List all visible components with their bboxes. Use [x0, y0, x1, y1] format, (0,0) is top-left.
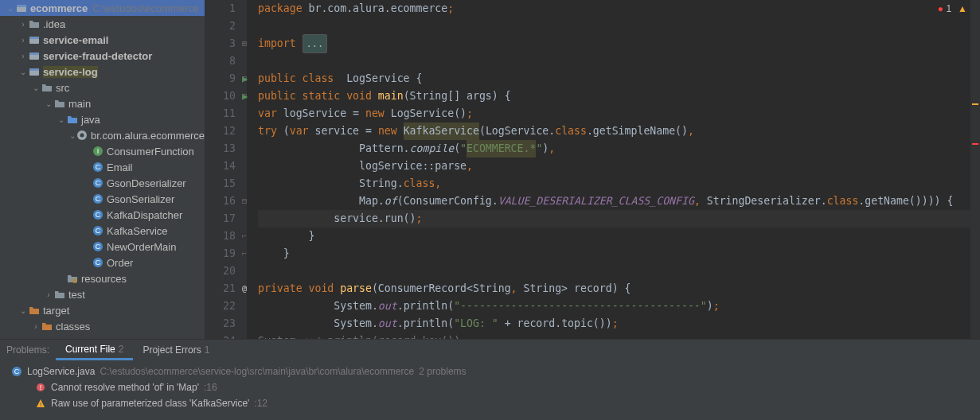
tree-item-src[interactable]: ⌄src: [0, 80, 205, 95]
problems-tab-current-file[interactable]: Current File2: [56, 340, 133, 360]
code-line[interactable]: String.class,: [258, 175, 970, 192]
chevron-icon: ⌄: [43, 99, 54, 108]
code-line[interactable]: System.out.println(record.key());: [258, 332, 970, 339]
svg-text:I: I: [97, 147, 100, 155]
tree-item-email[interactable]: CEmail: [0, 159, 205, 175]
code-line[interactable]: Map.of(ConsumerConfig.VALUE_DESERIALIZER…: [258, 192, 970, 210]
problems-panel[interactable]: Problems:Current File2Project Errors1 CL…: [0, 339, 980, 420]
code-line[interactable]: try (var service = new KafkaService(LogS…: [258, 122, 970, 140]
tree-item-kafkadispatcher[interactable]: CKafkaDispatcher: [0, 207, 205, 223]
gutter-line[interactable]: 11: [212, 105, 236, 122]
problems-tab-problems-: Problems:: [6, 340, 56, 360]
class-icon: C: [92, 193, 103, 204]
code-line[interactable]: private void parse(ConsumerRecord<String…: [258, 280, 970, 298]
tree-item-order[interactable]: COrder: [0, 255, 205, 270]
gutter-line[interactable]: 15: [212, 175, 236, 192]
tree-item-gsondeserializer[interactable]: CGsonDeserializer: [0, 175, 205, 191]
gutter-line[interactable]: 9▶⊟: [212, 70, 236, 88]
code-line[interactable]: Pattern.compile("ECOMMERCE.*"),: [258, 140, 970, 158]
code-line[interactable]: package br.com.alura.ecommerce;: [258, 0, 970, 18]
gutter-line[interactable]: 2: [212, 18, 236, 35]
code-line[interactable]: [258, 52, 970, 70]
problems-tab-project-errors[interactable]: Project Errors1: [133, 340, 219, 360]
code-line[interactable]: import ...: [258, 35, 970, 52]
class-icon: C: [92, 161, 103, 173]
code-line[interactable]: }: [258, 245, 970, 262]
code-area[interactable]: package br.com.alura.ecommerce;import ..…: [247, 0, 970, 339]
code-line[interactable]: }: [258, 228, 970, 245]
gutter-line[interactable]: 19⌐: [212, 245, 236, 262]
chevron-icon: ⌄: [18, 306, 29, 315]
tree-item-target[interactable]: ⌄target: [0, 302, 205, 318]
tree-item-classes[interactable]: ›classes: [0, 318, 205, 334]
res-folder-icon: [67, 273, 78, 284]
gutter-line[interactable]: 24: [212, 332, 236, 339]
gutter-line[interactable]: 18⌐: [212, 228, 236, 245]
tree-label: GsonDeserializer: [107, 177, 186, 189]
tree-label: service-log: [43, 66, 98, 78]
gutter-line[interactable]: 17: [212, 210, 236, 228]
editor-gutter[interactable]: 123⊞89▶⊟10▶⊟111213141516⊟1718⌐19⌐2021⊟@2…: [205, 0, 247, 339]
gutter-line[interactable]: 20: [212, 262, 236, 280]
problem-file-path: C:\estudos\ecommerce\service-log\src\mai…: [100, 366, 414, 377]
tree-item-newordermain[interactable]: CNewOrderMain: [0, 239, 205, 255]
tree-item-consumerfunction[interactable]: IConsumerFunction: [0, 143, 205, 159]
svg-rect-1: [17, 5, 26, 7]
gutter-line[interactable]: 22: [212, 298, 236, 315]
svg-text:C: C: [96, 211, 101, 219]
svg-text:!: !: [40, 383, 42, 391]
code-line[interactable]: [258, 262, 970, 280]
svg-text:C: C: [96, 179, 101, 187]
project-tree[interactable]: ⌄ecommerceC:\estudos\ecommerce›.idea›ser…: [0, 0, 205, 339]
code-line[interactable]: System.out.println("--------------------…: [258, 298, 970, 315]
svg-text:C: C: [96, 195, 101, 203]
tab-count: 1: [205, 344, 210, 356]
problem-line: :16: [204, 382, 217, 393]
tree-item-service-email[interactable]: ›service-email: [0, 32, 205, 48]
problem-text: Raw use of parameterized class 'KafkaSer…: [51, 398, 249, 409]
code-line[interactable]: public class LogService {: [258, 70, 970, 88]
svg-rect-5: [29, 52, 39, 55]
gutter-line[interactable]: 12: [212, 122, 236, 140]
tree-item-resources[interactable]: resources: [0, 270, 205, 286]
gutter-line[interactable]: 8: [212, 52, 236, 70]
code-line[interactable]: public static void main(String[] args) {: [258, 88, 970, 105]
problems-tabs[interactable]: Problems:Current File2Project Errors1: [0, 340, 980, 360]
tree-item-service-log[interactable]: ⌄service-log: [0, 64, 205, 80]
svg-point-26: [72, 278, 77, 283]
gutter-line[interactable]: 14: [212, 158, 236, 175]
tree-item-test[interactable]: ›test: [0, 286, 205, 302]
code-line[interactable]: var logService = new LogService();: [258, 105, 970, 122]
problem-item[interactable]: !Raw use of parameterized class 'KafkaSe…: [0, 395, 980, 411]
code-line[interactable]: service.run();: [258, 210, 970, 228]
chevron-icon: ⌄: [56, 115, 67, 124]
gutter-line[interactable]: 16⊟: [212, 192, 236, 210]
tree-label: target: [43, 305, 69, 317]
problem-item[interactable]: !Cannot resolve method 'of' in 'Map':16: [0, 379, 980, 395]
tree-item--idea[interactable]: ›.idea: [0, 16, 205, 32]
gutter-line[interactable]: 10▶⊟: [212, 88, 236, 105]
gutter-line[interactable]: 3⊞: [212, 35, 236, 52]
tree-item-br-com-alura-ecommerce[interactable]: ⌄br.com.alura.ecommerce: [0, 127, 205, 143]
tree-item-ecommerce[interactable]: ⌄ecommerceC:\estudos\ecommerce: [0, 0, 205, 16]
tree-item-kafkaservice[interactable]: CKafkaService: [0, 223, 205, 239]
tree-item-main[interactable]: ⌄main: [0, 95, 205, 111]
gutter-line[interactable]: 21⊟@: [212, 280, 236, 298]
chevron-icon: ›: [18, 52, 29, 60]
code-line[interactable]: [258, 18, 970, 35]
problem-file-row[interactable]: CLogService.javaC:\estudos\ecommerce\ser…: [0, 364, 980, 379]
gutter-line[interactable]: 1: [212, 0, 236, 18]
tree-item-gsonserializer[interactable]: CGsonSerializer: [0, 191, 205, 207]
tree-label: resources: [81, 273, 127, 285]
tree-item-java[interactable]: ⌄java: [0, 111, 205, 127]
tree-item-service-fraud-detector[interactable]: ›service-fraud-detector: [0, 48, 205, 64]
code-line[interactable]: System.out.println("LOG: " + record.topi…: [258, 315, 970, 332]
code-line[interactable]: logService::parse,: [258, 158, 970, 175]
editor-marker-strip[interactable]: [970, 0, 980, 339]
gutter-line[interactable]: 13: [212, 140, 236, 158]
gutter-line[interactable]: 23: [212, 315, 236, 332]
code-editor[interactable]: ● 1 ▲ 1 123⊞89▶⊟10▶⊟111213141516⊟1718⌐19…: [205, 0, 980, 339]
chevron-icon: ›: [30, 322, 41, 331]
tree-label: service-email: [43, 34, 108, 46]
module-icon: [16, 2, 27, 14]
